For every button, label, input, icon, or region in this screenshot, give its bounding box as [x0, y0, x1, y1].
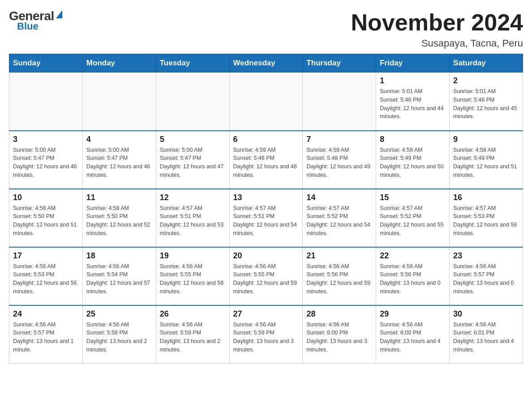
day-info: Sunrise: 4:56 AMSunset: 5:57 PMDaylight:…	[453, 262, 519, 296]
calendar-cell: 5Sunrise: 5:00 AMSunset: 5:47 PMDaylight…	[156, 131, 229, 189]
day-number: 17	[13, 251, 79, 261]
calendar-cell: 12Sunrise: 4:57 AMSunset: 5:51 PMDayligh…	[156, 189, 229, 247]
day-number: 14	[306, 193, 372, 202]
day-number: 26	[160, 309, 226, 319]
calendar-cell: 13Sunrise: 4:57 AMSunset: 5:51 PMDayligh…	[229, 189, 303, 247]
calendar-week-row: 17Sunrise: 4:56 AMSunset: 5:53 PMDayligh…	[9, 247, 523, 305]
calendar-cell: 19Sunrise: 4:56 AMSunset: 5:55 PMDayligh…	[156, 247, 229, 305]
calendar-cell: 24Sunrise: 4:56 AMSunset: 5:57 PMDayligh…	[9, 305, 83, 364]
month-title: November 2024	[351, 9, 523, 36]
day-number: 22	[380, 251, 446, 261]
day-info: Sunrise: 4:56 AMSunset: 5:59 PMDaylight:…	[233, 321, 299, 354]
day-info: Sunrise: 4:56 AMSunset: 5:54 PMDaylight:…	[86, 262, 152, 296]
column-header-sunday: Sunday	[9, 54, 83, 73]
day-info: Sunrise: 4:57 AMSunset: 5:52 PMDaylight:…	[380, 204, 446, 238]
day-info: Sunrise: 5:00 AMSunset: 5:47 PMDaylight:…	[13, 146, 79, 180]
day-number: 21	[306, 251, 372, 261]
day-info: Sunrise: 4:56 AMSunset: 5:57 PMDaylight:…	[13, 321, 79, 354]
calendar-cell: 21Sunrise: 4:56 AMSunset: 5:56 PMDayligh…	[303, 247, 376, 305]
calendar-cell: 3Sunrise: 5:00 AMSunset: 5:47 PMDaylight…	[9, 131, 83, 189]
day-info: Sunrise: 4:59 AMSunset: 5:49 PMDaylight:…	[380, 146, 446, 180]
day-number: 4	[86, 135, 152, 144]
calendar-week-row: 3Sunrise: 5:00 AMSunset: 5:47 PMDaylight…	[9, 131, 523, 189]
day-number: 13	[233, 193, 299, 202]
day-info: Sunrise: 4:59 AMSunset: 5:48 PMDaylight:…	[233, 146, 299, 180]
calendar-cell: 9Sunrise: 4:58 AMSunset: 5:49 PMDaylight…	[450, 131, 523, 189]
day-number: 27	[233, 309, 299, 319]
calendar-week-row: 1Sunrise: 5:01 AMSunset: 5:46 PMDaylight…	[9, 73, 523, 131]
column-header-tuesday: Tuesday	[156, 54, 229, 73]
day-info: Sunrise: 4:56 AMSunset: 6:01 PMDaylight:…	[453, 321, 519, 354]
calendar-cell	[229, 73, 303, 131]
calendar-cell: 16Sunrise: 4:57 AMSunset: 5:53 PMDayligh…	[450, 189, 523, 247]
calendar-cell: 6Sunrise: 4:59 AMSunset: 5:48 PMDaylight…	[229, 131, 303, 189]
calendar-week-row: 10Sunrise: 4:58 AMSunset: 5:50 PMDayligh…	[9, 189, 523, 247]
day-number: 7	[306, 135, 372, 144]
calendar-cell: 27Sunrise: 4:56 AMSunset: 5:59 PMDayligh…	[229, 305, 303, 364]
calendar-week-row: 24Sunrise: 4:56 AMSunset: 5:57 PMDayligh…	[9, 305, 523, 364]
calendar-cell: 25Sunrise: 4:56 AMSunset: 5:58 PMDayligh…	[82, 305, 156, 364]
calendar-cell: 22Sunrise: 4:56 AMSunset: 5:56 PMDayligh…	[376, 247, 450, 305]
day-number: 2	[453, 76, 519, 86]
calendar-cell: 15Sunrise: 4:57 AMSunset: 5:52 PMDayligh…	[376, 189, 450, 247]
calendar-cell: 8Sunrise: 4:59 AMSunset: 5:49 PMDaylight…	[376, 131, 450, 189]
day-info: Sunrise: 4:59 AMSunset: 5:48 PMDaylight:…	[306, 146, 372, 180]
calendar-cell: 1Sunrise: 5:01 AMSunset: 5:46 PMDaylight…	[376, 73, 450, 131]
calendar-cell	[156, 73, 229, 131]
day-info: Sunrise: 5:00 AMSunset: 5:47 PMDaylight:…	[160, 146, 226, 180]
day-info: Sunrise: 4:56 AMSunset: 5:53 PMDaylight:…	[13, 262, 79, 296]
day-number: 11	[86, 193, 152, 202]
logo: General Blue	[9, 9, 62, 32]
calendar-header-row: SundayMondayTuesdayWednesdayThursdayFrid…	[9, 54, 523, 73]
calendar-cell: 2Sunrise: 5:01 AMSunset: 5:46 PMDaylight…	[450, 73, 523, 131]
calendar-cell: 10Sunrise: 4:58 AMSunset: 5:50 PMDayligh…	[9, 189, 83, 247]
day-info: Sunrise: 4:56 AMSunset: 5:56 PMDaylight:…	[306, 262, 372, 296]
day-info: Sunrise: 4:56 AMSunset: 5:56 PMDaylight:…	[380, 262, 446, 296]
day-number: 3	[13, 135, 79, 144]
day-number: 30	[453, 309, 519, 319]
day-number: 18	[86, 251, 152, 261]
day-info: Sunrise: 4:56 AMSunset: 5:59 PMDaylight:…	[160, 321, 226, 354]
day-info: Sunrise: 4:56 AMSunset: 6:00 PMDaylight:…	[306, 321, 372, 354]
column-header-monday: Monday	[82, 54, 156, 73]
calendar-cell	[303, 73, 376, 131]
day-info: Sunrise: 5:00 AMSunset: 5:47 PMDaylight:…	[86, 146, 152, 180]
calendar-cell	[9, 73, 83, 131]
day-number: 29	[380, 309, 446, 319]
column-header-saturday: Saturday	[450, 54, 523, 73]
calendar-cell: 23Sunrise: 4:56 AMSunset: 5:57 PMDayligh…	[450, 247, 523, 305]
day-info: Sunrise: 4:56 AMSunset: 5:58 PMDaylight:…	[86, 321, 152, 354]
day-number: 1	[380, 76, 446, 86]
day-number: 9	[453, 135, 519, 144]
day-number: 10	[13, 193, 79, 202]
column-header-wednesday: Wednesday	[229, 54, 303, 73]
day-info: Sunrise: 4:57 AMSunset: 5:52 PMDaylight:…	[306, 204, 372, 238]
day-info: Sunrise: 4:57 AMSunset: 5:53 PMDaylight:…	[453, 204, 519, 238]
day-number: 5	[160, 135, 226, 144]
calendar-cell: 29Sunrise: 4:56 AMSunset: 6:00 PMDayligh…	[376, 305, 450, 364]
calendar-cell: 4Sunrise: 5:00 AMSunset: 5:47 PMDaylight…	[82, 131, 156, 189]
day-number: 12	[160, 193, 226, 202]
calendar-cell: 26Sunrise: 4:56 AMSunset: 5:59 PMDayligh…	[156, 305, 229, 364]
day-number: 23	[453, 251, 519, 261]
day-info: Sunrise: 4:58 AMSunset: 5:50 PMDaylight:…	[13, 204, 79, 238]
day-info: Sunrise: 4:58 AMSunset: 5:50 PMDaylight:…	[86, 204, 152, 238]
day-info: Sunrise: 4:58 AMSunset: 5:49 PMDaylight:…	[453, 146, 519, 180]
day-info: Sunrise: 5:01 AMSunset: 5:46 PMDaylight:…	[380, 87, 446, 121]
column-header-friday: Friday	[376, 54, 450, 73]
day-info: Sunrise: 4:56 AMSunset: 5:55 PMDaylight:…	[233, 262, 299, 296]
logo-triangle-icon	[56, 10, 62, 18]
day-number: 25	[86, 309, 152, 319]
day-number: 16	[453, 193, 519, 202]
day-info: Sunrise: 4:57 AMSunset: 5:51 PMDaylight:…	[160, 204, 226, 238]
calendar-cell: 7Sunrise: 4:59 AMSunset: 5:48 PMDaylight…	[303, 131, 376, 189]
calendar-table: SundayMondayTuesdayWednesdayThursdayFrid…	[9, 54, 523, 364]
day-number: 28	[306, 309, 372, 319]
day-number: 19	[160, 251, 226, 261]
calendar-cell: 11Sunrise: 4:58 AMSunset: 5:50 PMDayligh…	[82, 189, 156, 247]
calendar-cell	[82, 73, 156, 131]
calendar-cell: 18Sunrise: 4:56 AMSunset: 5:54 PMDayligh…	[82, 247, 156, 305]
calendar-cell: 14Sunrise: 4:57 AMSunset: 5:52 PMDayligh…	[303, 189, 376, 247]
day-number: 6	[233, 135, 299, 144]
day-number: 24	[13, 309, 79, 319]
